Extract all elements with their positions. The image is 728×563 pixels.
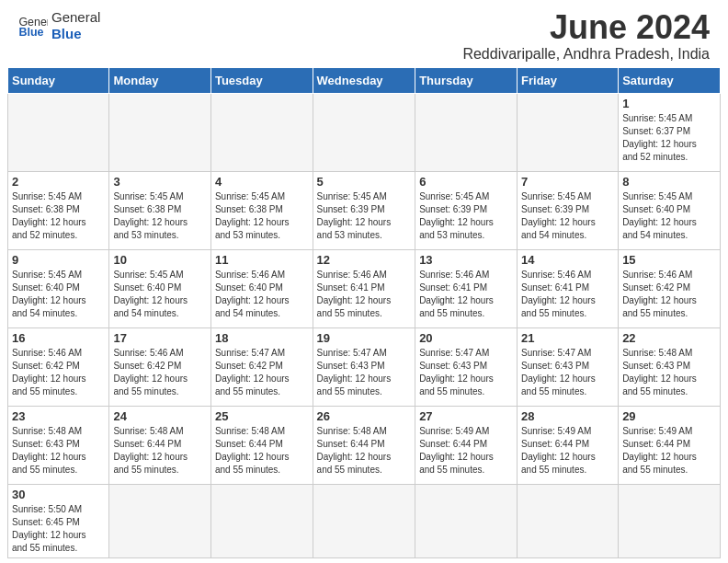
day-info: Sunrise: 5:47 AM Sunset: 6:43 PM Dayligh… bbox=[419, 347, 513, 398]
day-info: Sunrise: 5:45 AM Sunset: 6:40 PM Dayligh… bbox=[622, 190, 716, 242]
day-number: 5 bbox=[317, 175, 412, 189]
day-info: Sunrise: 5:45 AM Sunset: 6:39 PM Dayligh… bbox=[419, 190, 513, 242]
calendar-cell: 27Sunrise: 5:49 AM Sunset: 6:44 PM Dayli… bbox=[415, 406, 518, 484]
calendar-cell: 24Sunrise: 5:48 AM Sunset: 6:44 PM Dayli… bbox=[109, 406, 211, 484]
calendar-week-row: 2Sunrise: 5:45 AM Sunset: 6:38 PM Daylig… bbox=[8, 171, 721, 249]
calendar-cell: 4Sunrise: 5:45 AM Sunset: 6:38 PM Daylig… bbox=[210, 171, 313, 249]
day-info: Sunrise: 5:47 AM Sunset: 6:43 PM Dayligh… bbox=[317, 347, 412, 398]
day-info: Sunrise: 5:46 AM Sunset: 6:41 PM Dayligh… bbox=[521, 269, 614, 320]
day-info: Sunrise: 5:45 AM Sunset: 6:38 PM Dayligh… bbox=[215, 190, 309, 242]
day-number: 7 bbox=[521, 175, 614, 189]
col-friday: Friday bbox=[518, 67, 619, 93]
calendar-cell: 29Sunrise: 5:49 AM Sunset: 6:44 PM Dayli… bbox=[619, 406, 721, 484]
col-saturday: Saturday bbox=[619, 67, 721, 93]
day-info: Sunrise: 5:46 AM Sunset: 6:41 PM Dayligh… bbox=[317, 269, 412, 320]
day-number: 18 bbox=[215, 331, 309, 345]
day-number: 12 bbox=[317, 253, 412, 267]
col-tuesday: Tuesday bbox=[210, 67, 313, 93]
day-number: 4 bbox=[215, 175, 309, 189]
calendar-cell: 8Sunrise: 5:45 AM Sunset: 6:40 PM Daylig… bbox=[619, 171, 721, 249]
calendar-cell bbox=[619, 484, 721, 557]
calendar-cell bbox=[8, 93, 109, 171]
day-info: Sunrise: 5:45 AM Sunset: 6:39 PM Dayligh… bbox=[317, 190, 412, 242]
calendar-cell: 26Sunrise: 5:48 AM Sunset: 6:44 PM Dayli… bbox=[313, 406, 415, 484]
calendar-cell: 17Sunrise: 5:46 AM Sunset: 6:42 PM Dayli… bbox=[109, 327, 211, 406]
calendar-cell bbox=[109, 484, 211, 557]
day-number: 16 bbox=[12, 331, 105, 345]
calendar-cell: 18Sunrise: 5:47 AM Sunset: 6:42 PM Dayli… bbox=[210, 327, 313, 406]
day-number: 24 bbox=[113, 409, 207, 423]
calendar-week-row: 23Sunrise: 5:48 AM Sunset: 6:43 PM Dayli… bbox=[8, 406, 721, 484]
calendar-cell: 15Sunrise: 5:46 AM Sunset: 6:42 PM Dayli… bbox=[619, 249, 721, 327]
day-info: Sunrise: 5:50 AM Sunset: 6:45 PM Dayligh… bbox=[12, 503, 105, 555]
day-info: Sunrise: 5:48 AM Sunset: 6:44 PM Dayligh… bbox=[317, 425, 412, 477]
day-info: Sunrise: 5:45 AM Sunset: 6:37 PM Dayligh… bbox=[622, 112, 716, 164]
calendar-cell: 25Sunrise: 5:48 AM Sunset: 6:44 PM Dayli… bbox=[210, 406, 313, 484]
calendar-cell bbox=[518, 484, 619, 557]
calendar-cell bbox=[313, 93, 415, 171]
day-info: Sunrise: 5:48 AM Sunset: 6:44 PM Dayligh… bbox=[215, 425, 309, 477]
day-number: 15 bbox=[622, 253, 716, 267]
logo-icon: General Blue bbox=[18, 13, 48, 39]
calendar-cell: 13Sunrise: 5:46 AM Sunset: 6:41 PM Dayli… bbox=[415, 249, 518, 327]
svg-text:Blue: Blue bbox=[18, 26, 43, 39]
day-number: 13 bbox=[419, 253, 513, 267]
day-number: 21 bbox=[521, 331, 614, 345]
day-info: Sunrise: 5:49 AM Sunset: 6:44 PM Dayligh… bbox=[622, 425, 716, 477]
logo: General Blue General Blue bbox=[18, 9, 100, 42]
day-number: 27 bbox=[419, 409, 513, 423]
calendar-cell bbox=[415, 93, 518, 171]
calendar-cell: 23Sunrise: 5:48 AM Sunset: 6:43 PM Dayli… bbox=[8, 406, 109, 484]
page-header: General Blue General Blue June 2024 Redd… bbox=[0, 0, 728, 67]
calendar-cell bbox=[210, 93, 313, 171]
day-number: 19 bbox=[317, 331, 412, 345]
calendar-title: June 2024 bbox=[462, 9, 710, 46]
col-wednesday: Wednesday bbox=[313, 67, 415, 93]
day-number: 3 bbox=[113, 175, 207, 189]
day-number: 6 bbox=[419, 175, 513, 189]
col-thursday: Thursday bbox=[415, 67, 518, 93]
calendar-header: Sunday Monday Tuesday Wednesday Thursday… bbox=[8, 67, 721, 93]
calendar-subtitle: Reddivaripalle, Andhra Pradesh, India bbox=[462, 46, 710, 63]
day-info: Sunrise: 5:45 AM Sunset: 6:40 PM Dayligh… bbox=[12, 269, 105, 320]
calendar-cell: 1Sunrise: 5:45 AM Sunset: 6:37 PM Daylig… bbox=[619, 93, 721, 171]
calendar-cell: 21Sunrise: 5:47 AM Sunset: 6:43 PM Dayli… bbox=[518, 327, 619, 406]
day-info: Sunrise: 5:46 AM Sunset: 6:42 PM Dayligh… bbox=[12, 347, 105, 398]
col-sunday: Sunday bbox=[8, 67, 109, 93]
calendar-cell: 28Sunrise: 5:49 AM Sunset: 6:44 PM Dayli… bbox=[518, 406, 619, 484]
calendar-cell: 3Sunrise: 5:45 AM Sunset: 6:38 PM Daylig… bbox=[109, 171, 211, 249]
calendar-body: 1Sunrise: 5:45 AM Sunset: 6:37 PM Daylig… bbox=[8, 93, 721, 557]
day-info: Sunrise: 5:46 AM Sunset: 6:41 PM Dayligh… bbox=[419, 269, 513, 320]
day-info: Sunrise: 5:47 AM Sunset: 6:42 PM Dayligh… bbox=[215, 347, 309, 398]
calendar-week-row: 16Sunrise: 5:46 AM Sunset: 6:42 PM Dayli… bbox=[8, 327, 721, 406]
day-number: 9 bbox=[12, 253, 105, 267]
calendar-cell: 14Sunrise: 5:46 AM Sunset: 6:41 PM Dayli… bbox=[518, 249, 619, 327]
day-info: Sunrise: 5:46 AM Sunset: 6:42 PM Dayligh… bbox=[113, 347, 207, 398]
calendar-cell: 11Sunrise: 5:46 AM Sunset: 6:40 PM Dayli… bbox=[210, 249, 313, 327]
day-info: Sunrise: 5:47 AM Sunset: 6:43 PM Dayligh… bbox=[521, 347, 614, 398]
calendar-table: Sunday Monday Tuesday Wednesday Thursday… bbox=[7, 67, 721, 558]
day-info: Sunrise: 5:48 AM Sunset: 6:44 PM Dayligh… bbox=[113, 425, 207, 477]
logo-general-text: General bbox=[51, 9, 100, 26]
day-number: 14 bbox=[521, 253, 614, 267]
day-number: 1 bbox=[622, 97, 716, 110]
day-number: 25 bbox=[215, 409, 309, 423]
day-info: Sunrise: 5:48 AM Sunset: 6:43 PM Dayligh… bbox=[12, 425, 105, 477]
day-number: 20 bbox=[419, 331, 513, 345]
day-number: 26 bbox=[317, 409, 412, 423]
calendar-cell: 7Sunrise: 5:45 AM Sunset: 6:39 PM Daylig… bbox=[518, 171, 619, 249]
calendar-week-row: 1Sunrise: 5:45 AM Sunset: 6:37 PM Daylig… bbox=[8, 93, 721, 171]
day-info: Sunrise: 5:49 AM Sunset: 6:44 PM Dayligh… bbox=[419, 425, 513, 477]
day-number: 2 bbox=[12, 175, 105, 189]
calendar-cell bbox=[109, 93, 211, 171]
day-info: Sunrise: 5:48 AM Sunset: 6:43 PM Dayligh… bbox=[622, 347, 716, 398]
day-info: Sunrise: 5:45 AM Sunset: 6:38 PM Dayligh… bbox=[12, 190, 105, 242]
day-number: 10 bbox=[113, 253, 207, 267]
day-number: 29 bbox=[622, 409, 716, 423]
calendar-cell: 30Sunrise: 5:50 AM Sunset: 6:45 PM Dayli… bbox=[8, 484, 109, 557]
day-info: Sunrise: 5:45 AM Sunset: 6:39 PM Dayligh… bbox=[521, 190, 614, 242]
day-number: 28 bbox=[521, 409, 614, 423]
day-info: Sunrise: 5:46 AM Sunset: 6:42 PM Dayligh… bbox=[622, 269, 716, 320]
calendar-cell: 2Sunrise: 5:45 AM Sunset: 6:38 PM Daylig… bbox=[8, 171, 109, 249]
calendar-cell: 9Sunrise: 5:45 AM Sunset: 6:40 PM Daylig… bbox=[8, 249, 109, 327]
